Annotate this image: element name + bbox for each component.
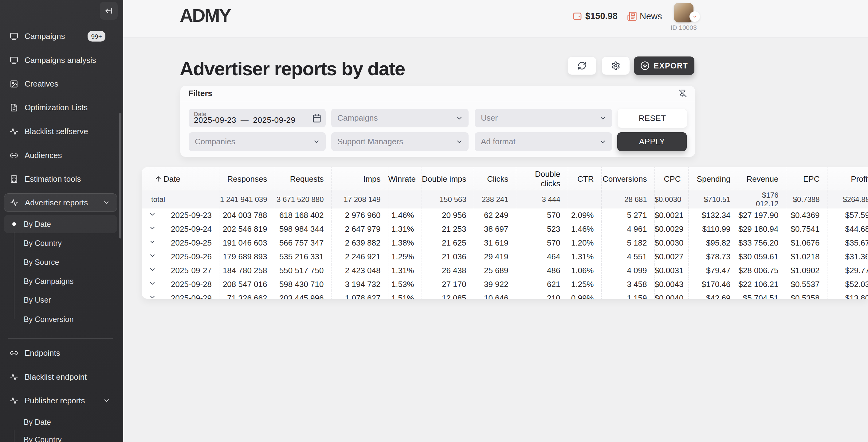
chevron-down-icon [313,138,320,145]
filters-header: Filters [180,86,695,101]
row-expand-button[interactable] [149,266,156,273]
user-menu-chevron[interactable] [689,11,700,22]
value-cell: 566 757 347 [275,236,331,250]
value-cell: 3 194 732 [331,277,388,291]
column-header-date[interactable]: Date [163,167,219,191]
row-expand-button[interactable] [149,238,156,245]
activity-icon [10,397,18,405]
column-header-responses[interactable]: Responses [219,167,275,191]
sidebar-subitem-pub-by-date[interactable]: By Date [4,413,117,431]
column-header-double-imps[interactable]: Double imps [422,167,474,191]
row-expand-button[interactable] [149,210,156,218]
sidebar-item-blacklist-endpoint[interactable]: Blacklist endpoint [4,368,117,386]
sidebar-item-estimation-tools[interactable]: Estimation tools [4,170,117,188]
sidebar-subitem-by-conversion[interactable]: By Conversion [4,310,117,329]
value-cell: 39 922 [474,277,516,291]
user-dropdown[interactable]: User [475,109,612,127]
refresh-button[interactable] [567,57,596,75]
calendar-icon[interactable] [312,113,321,123]
wallet-icon [572,11,582,21]
sidebar-item-optimization-lists[interactable]: Optimization Lists [4,98,117,116]
monitor-icon [10,32,18,40]
pin-off-icon[interactable] [679,89,687,98]
news-link[interactable]: News [640,11,662,22]
value-cell: $35.67 [827,236,868,250]
total-cell: $264.88 [827,191,868,208]
column-header-ctr[interactable]: CTR [568,167,601,191]
sidebar-collapse-button[interactable] [100,2,118,20]
sidebar-scrollbar[interactable] [119,113,121,238]
sidebar-subitem-by-user[interactable]: By User [4,291,117,309]
value-cell: $110.99 [688,222,738,236]
table-row: 2025-09-26179 689 893535 216 3312 246 92… [142,250,868,264]
row-expand-button[interactable] [149,252,156,259]
campaigns-dropdown[interactable]: Campaigns [331,109,469,127]
total-cell [388,191,422,208]
reset-button[interactable]: RESET [617,109,687,128]
column-header-profit[interactable]: Profit [827,167,868,191]
column-header-conversions[interactable]: Conversions [601,167,654,191]
table-row: 2025-09-25191 046 603566 757 3472 639 88… [142,236,868,250]
sidebar-subitem-by-source[interactable]: By Source [4,253,117,271]
sidebar-item-campaigns-analysis[interactable]: Campaigns analysis [4,51,117,69]
column-header-imps[interactable]: Imps [331,167,388,191]
row-expand-button[interactable] [149,294,156,299]
column-header-spending[interactable]: Spending [688,167,738,191]
sidebar-item-advertiser-reports[interactable]: Advertiser reports [4,193,117,212]
value-cell: 1.20% [568,236,601,250]
sidebar-subitem-pub-by-country[interactable]: By Country [4,430,117,442]
image-icon [10,80,18,88]
value-cell: 1.38% [388,236,422,250]
sort-ascending-icon[interactable] [142,167,163,191]
companies-dropdown[interactable]: Companies [189,132,326,151]
table-row: 2025-09-27184 780 258550 517 7502 423 04… [142,264,868,277]
chevron-down-icon [149,210,156,218]
sidebar-item-creatives[interactable]: Creatives [4,75,117,93]
value-cell: 10 646 [474,291,516,299]
column-header-revenue[interactable]: Revenue [738,167,786,191]
apply-button[interactable]: APPLY [617,132,687,151]
sidebar-item-blacklist-selfserve[interactable]: Blacklist selfserve [4,122,117,141]
column-header-cpc[interactable]: CPC [654,167,688,191]
ad-format-dropdown[interactable]: Ad format [475,132,612,151]
refresh-icon [577,61,587,70]
column-header-clicks[interactable]: Clicks [474,167,516,191]
sidebar-subitem-by-campaigns[interactable]: By Campaigns [4,272,117,291]
download-circle-icon [640,61,650,70]
balance-amount[interactable]: $150.98 [585,11,618,21]
value-cell: $5 704.51 [738,291,786,299]
value-cell: 486 [516,264,568,277]
value-cell: 179 689 893 [219,250,275,264]
sidebar-item-label: Campaigns [25,32,65,41]
value-cell: 4 099 [601,264,654,277]
value-cell: 1.31% [388,222,422,236]
value-cell: 2 423 048 [331,264,388,277]
subitem-label: By Date [24,220,51,229]
value-cell: 204 003 788 [219,208,275,223]
support-managers-dropdown[interactable]: Support Managers [331,132,469,151]
total-cell: $0.0030 [654,191,688,208]
table-row: 2025-09-23204 003 788618 168 4022 976 96… [142,208,868,223]
row-expand-button[interactable] [149,225,156,232]
column-header-epc[interactable]: EPC [786,167,827,191]
sidebar-subitem-by-date[interactable]: By Date [4,215,117,233]
export-button[interactable]: EXPORT [634,57,694,75]
sidebar-item-endpoints[interactable]: Endpoints [4,344,117,362]
value-cell: $13.80 [827,291,868,299]
sidebar-item-publisher-reports[interactable]: Publisher reports [4,392,117,410]
sidebar-item-audiences[interactable]: Audiences [4,146,117,165]
sidebar-item-campaigns[interactable]: Campaigns 99+ [4,27,117,45]
value-cell: 38 697 [474,222,516,236]
column-header-winrate[interactable]: Winrate [388,167,422,191]
row-expand-button[interactable] [149,280,156,287]
date-range-input[interactable]: Date 2025-09-23—2025-09-29 [189,109,326,127]
page-title: Advertiser reports by date [180,58,405,79]
sidebar-item-label: Publisher reports [25,396,85,405]
sidebar-subitem-by-country[interactable]: By Country [4,234,117,252]
column-header-double-clicks[interactable]: Double clicks [516,167,568,191]
column-header-requests[interactable]: Requests [275,167,331,191]
dropdown-placeholder: Ad format [481,137,516,146]
value-cell: 12 085 [422,291,474,299]
value-cell: $30 059.61 [738,250,786,264]
settings-button[interactable] [601,57,630,75]
